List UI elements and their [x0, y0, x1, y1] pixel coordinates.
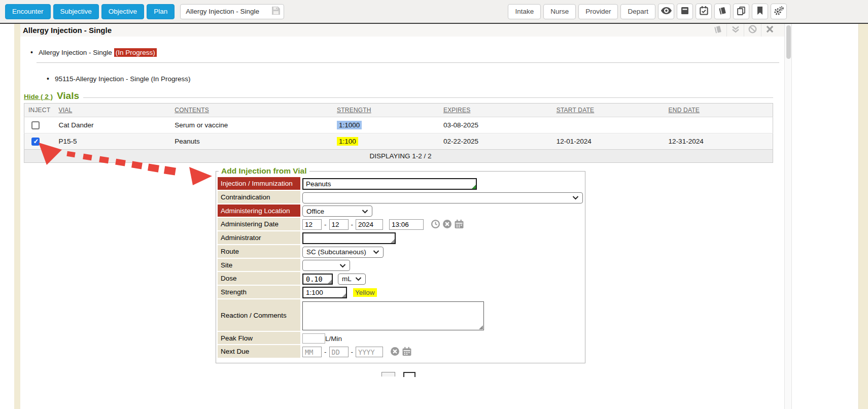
- archive-button[interactable]: [677, 4, 693, 19]
- col-contents[interactable]: CONTENTS: [170, 104, 333, 117]
- end-date-cell: 12-31-2024: [665, 133, 773, 150]
- date-separator: -: [351, 221, 354, 228]
- peakflow-input[interactable]: [302, 333, 325, 344]
- form-row-location: Administering Location Office: [218, 204, 583, 218]
- panel-journal-button[interactable]: [709, 24, 726, 37]
- depart-button[interactable]: Depart: [620, 4, 655, 19]
- scrollbar-thumb[interactable]: [786, 25, 791, 59]
- date-year-input[interactable]: [356, 219, 383, 230]
- nextdue-day-input[interactable]: [329, 347, 349, 357]
- appointments-button[interactable]: [696, 4, 712, 19]
- date-icon-group: [431, 219, 464, 230]
- panel-collapse-button[interactable]: [726, 24, 744, 37]
- strength-input[interactable]: [302, 287, 347, 298]
- end-date-cell: [665, 117, 773, 133]
- contents-cell: Serum or vaccine: [170, 117, 333, 133]
- vials-header-row: INJECT VIAL CONTENTS STRENGTH EXPIRES ST…: [24, 104, 773, 117]
- date-label: Administering Date: [218, 218, 300, 231]
- col-expires[interactable]: EXPIRES: [439, 104, 552, 117]
- nextdue-year-input[interactable]: [356, 347, 383, 357]
- table-row: Cat Dander Serum or vaccine 1:1000 03-08…: [24, 117, 773, 133]
- dose-unit-value: mL: [342, 275, 352, 283]
- col-inject: INJECT: [24, 104, 55, 117]
- journal-button[interactable]: [714, 4, 731, 19]
- book-icon: [713, 25, 722, 36]
- clear-circle-icon[interactable]: [390, 347, 400, 358]
- settings-gears-icon: [774, 6, 784, 17]
- peakflow-label: Peak Flow: [218, 332, 300, 345]
- reaction-label: Reaction / Comments: [218, 299, 300, 332]
- encounter-note-subitem: •95115-Allergy Injection - Single (In Pr…: [47, 75, 191, 83]
- reaction-textarea[interactable]: [302, 301, 484, 330]
- route-value: SC (Subcutaneous): [306, 248, 366, 256]
- date-month-input[interactable]: [302, 219, 322, 230]
- page-title: Allergy Injection - Single: [23, 26, 112, 35]
- close-x-icon: [766, 25, 774, 35]
- encounter-note-item: •Allergy Injection - Single(In Progress): [30, 48, 157, 56]
- dose-unit-select[interactable]: mL: [338, 274, 366, 285]
- location-select[interactable]: Office: [302, 206, 372, 217]
- nextdue-month-input[interactable]: [302, 347, 322, 357]
- vertical-scrollbar[interactable]: [784, 24, 792, 409]
- route-select[interactable]: SC (Subcutaneous): [302, 247, 384, 258]
- status-badge: (In Progress): [114, 48, 157, 57]
- template-selector[interactable]: Allergy Injection - Single: [180, 4, 284, 19]
- form-row-reaction: Reaction / Comments: [218, 299, 583, 332]
- nurse-button[interactable]: Nurse: [543, 4, 576, 19]
- disable-slash-circle-icon: [748, 25, 757, 36]
- intake-button[interactable]: Intake: [508, 4, 541, 19]
- date-day-input[interactable]: [329, 219, 349, 230]
- subjective-button[interactable]: Subjective: [53, 4, 99, 19]
- archive-box-icon: [681, 7, 689, 16]
- dose-label: Dose: [218, 272, 300, 286]
- site-label: Site: [218, 259, 300, 272]
- encounter-button[interactable]: Encounter: [5, 4, 51, 19]
- annotation-arrow: [36, 140, 218, 190]
- hide-vials-link[interactable]: Hide ( 2 ): [24, 93, 53, 100]
- injection-input[interactable]: [302, 178, 477, 190]
- eye-icon: [661, 7, 672, 16]
- strength-label: Strength: [218, 286, 300, 299]
- expires-cell: 02-22-2025: [439, 133, 552, 150]
- clipped-button[interactable]: [403, 372, 415, 377]
- clear-circle-icon[interactable]: [442, 219, 452, 230]
- expires-cell: 03-08-2025: [439, 117, 552, 133]
- preview-button[interactable]: [658, 4, 674, 19]
- location-value: Office: [306, 208, 324, 215]
- calendar-icon[interactable]: [454, 219, 464, 230]
- calendar-icon[interactable]: [402, 347, 412, 358]
- form-row-date: Administering Date --: [218, 218, 583, 231]
- nextdue-icon-group: [390, 347, 412, 358]
- objective-button[interactable]: Objective: [101, 4, 144, 19]
- copy-button[interactable]: [733, 4, 749, 19]
- bookmark-button[interactable]: [752, 4, 768, 19]
- contraindication-select[interactable]: [302, 192, 583, 203]
- strength-value-highlighted: 1:1000: [337, 121, 362, 129]
- fieldset-line: [83, 97, 773, 98]
- form-row-strength: Strength Yellow: [218, 286, 583, 299]
- chevron-down-icon: [339, 262, 346, 269]
- panel-disable-button[interactable]: [744, 24, 761, 37]
- plan-button[interactable]: Plan: [147, 4, 175, 19]
- form-row-peakflow: Peak Flow L/Min: [218, 332, 583, 345]
- col-start-date[interactable]: START DATE: [552, 104, 665, 117]
- encounter-panel: Allergy Injection - Single •Allergy Inje…: [20, 24, 784, 409]
- dose-input[interactable]: [302, 274, 333, 285]
- panel-close-button[interactable]: [761, 24, 778, 37]
- form-row-nextdue: Next Due --: [218, 345, 583, 359]
- provider-button[interactable]: Provider: [578, 4, 618, 19]
- left-edge-strip: [14, 24, 20, 409]
- date-time-input[interactable]: [389, 219, 424, 230]
- site-select[interactable]: [302, 260, 350, 271]
- settings-button[interactable]: [771, 4, 787, 19]
- administrator-input[interactable]: [302, 232, 396, 244]
- date-separator: -: [324, 348, 327, 356]
- col-vial[interactable]: VIAL: [54, 104, 170, 117]
- col-strength[interactable]: STRENGTH: [333, 104, 439, 117]
- vials-legend: Hide ( 2 ) Vials: [24, 90, 773, 103]
- inject-checkbox[interactable]: [31, 121, 40, 129]
- clock-icon[interactable]: [431, 219, 440, 230]
- clipped-button[interactable]: [381, 372, 395, 377]
- col-end-date[interactable]: END DATE: [665, 104, 773, 117]
- date-separator: -: [351, 348, 354, 356]
